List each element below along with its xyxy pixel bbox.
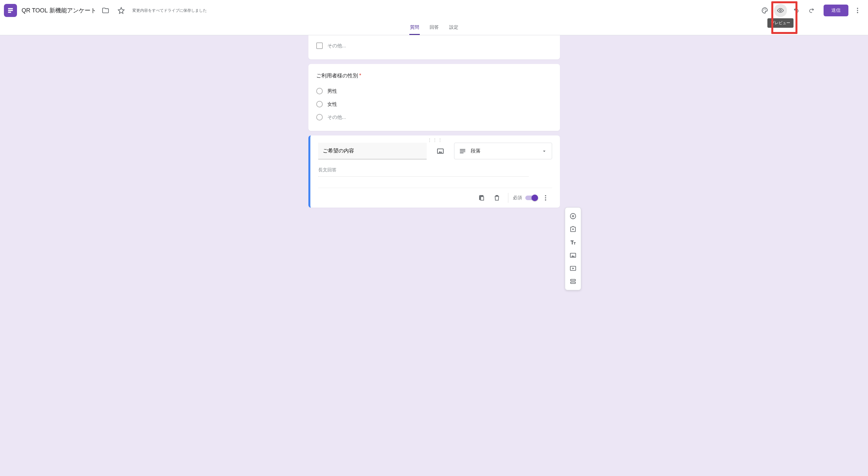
option-label: その他... bbox=[327, 43, 346, 49]
form-title[interactable]: QR TOOL 新機能アンケート bbox=[22, 6, 96, 14]
svg-rect-15 bbox=[570, 282, 575, 284]
checkbox-icon bbox=[316, 42, 323, 49]
question-card-footer: 必須 bbox=[318, 188, 552, 208]
option-label: 女性 bbox=[327, 101, 337, 107]
undo-icon bbox=[793, 7, 800, 14]
video-icon bbox=[569, 265, 577, 272]
question-type-select[interactable]: 段落 bbox=[454, 143, 552, 159]
customize-theme-button[interactable] bbox=[758, 4, 771, 17]
svg-point-4 bbox=[779, 9, 781, 11]
add-video-button[interactable] bbox=[566, 262, 580, 275]
redo-icon bbox=[808, 7, 815, 14]
svg-point-3 bbox=[766, 10, 766, 10]
folder-icon bbox=[102, 7, 109, 14]
svg-point-6 bbox=[857, 10, 858, 11]
active-question-header-row: 段落 bbox=[318, 143, 552, 159]
toggle-knob bbox=[531, 195, 538, 201]
option-row-other[interactable]: その他... bbox=[316, 39, 552, 52]
duplicate-question-button[interactable] bbox=[475, 191, 488, 204]
forms-app-icon[interactable] bbox=[4, 4, 17, 17]
drag-handle-icon[interactable]: ⋮⋮⋮ bbox=[427, 137, 443, 143]
required-toggle-label: 必須 bbox=[513, 195, 522, 201]
eye-icon bbox=[777, 7, 784, 14]
add-image-to-question-button[interactable] bbox=[433, 143, 447, 159]
option-row-female[interactable]: 女性 bbox=[316, 98, 552, 111]
chevron-down-icon bbox=[541, 148, 547, 154]
svg-rect-14 bbox=[570, 279, 575, 281]
app-bar: QR TOOL 新機能アンケート 変更内容をすべてドライブに保存しました プレビ… bbox=[0, 0, 868, 35]
more-vert-icon bbox=[854, 7, 861, 14]
floating-side-toolbar bbox=[565, 207, 581, 290]
copy-icon bbox=[478, 194, 486, 201]
svg-point-0 bbox=[763, 10, 764, 10]
long-answer-placeholder[interactable]: 長文回答 bbox=[318, 167, 529, 177]
star-icon bbox=[118, 7, 125, 14]
form-column: その他... ご利用者様の性別* 男性 女性 その他... ⋮⋮⋮ bbox=[308, 35, 560, 208]
radio-icon bbox=[316, 114, 323, 121]
more-options-button[interactable] bbox=[851, 4, 864, 17]
image-icon bbox=[436, 147, 444, 155]
radio-icon bbox=[316, 88, 323, 94]
svg-point-9 bbox=[545, 197, 546, 199]
paragraph-icon bbox=[459, 147, 466, 155]
preview-tooltip: プレビュー bbox=[767, 18, 794, 28]
option-row-other[interactable]: その他... bbox=[316, 111, 552, 124]
add-section-button[interactable] bbox=[566, 275, 580, 288]
tabs-row: 質問 回答 設定 bbox=[0, 21, 868, 35]
svg-point-5 bbox=[857, 8, 858, 9]
question-card-prev[interactable]: その他... bbox=[308, 35, 560, 60]
question-title-input[interactable] bbox=[318, 143, 427, 159]
section-icon bbox=[569, 278, 577, 285]
move-to-folder-button[interactable] bbox=[99, 4, 112, 17]
add-circle-icon bbox=[569, 212, 577, 220]
question-card-gender[interactable]: ご利用者様の性別* 男性 女性 その他... bbox=[308, 64, 560, 131]
more-vert-icon bbox=[542, 194, 549, 201]
preview-button-highlighted: プレビュー bbox=[774, 4, 787, 17]
question-card-active[interactable]: ⋮⋮⋮ 段落 長文回答 bbox=[308, 135, 560, 208]
svg-point-7 bbox=[857, 12, 858, 13]
svg-point-8 bbox=[545, 195, 546, 197]
title-icon bbox=[569, 239, 577, 246]
required-asterisk: * bbox=[359, 73, 361, 78]
app-bar-main-row: QR TOOL 新機能アンケート 変更内容をすべてドライブに保存しました プレビ… bbox=[0, 0, 868, 21]
option-label: その他... bbox=[327, 114, 346, 121]
image-icon bbox=[569, 252, 577, 259]
question-type-label: 段落 bbox=[471, 148, 537, 154]
option-label: 男性 bbox=[327, 88, 337, 94]
add-image-button[interactable] bbox=[566, 249, 580, 262]
tab-responses[interactable]: 回答 bbox=[429, 21, 439, 35]
star-button[interactable] bbox=[115, 4, 128, 17]
add-question-button[interactable] bbox=[566, 210, 580, 223]
import-icon bbox=[569, 226, 577, 233]
import-questions-button[interactable] bbox=[566, 223, 580, 236]
question-more-options-button[interactable] bbox=[539, 191, 552, 204]
send-button[interactable]: 送信 bbox=[824, 5, 848, 16]
option-row-male[interactable]: 男性 bbox=[316, 84, 552, 98]
delete-question-button[interactable] bbox=[490, 191, 503, 204]
radio-icon bbox=[316, 101, 323, 107]
required-toggle[interactable] bbox=[525, 196, 537, 200]
svg-point-10 bbox=[545, 200, 546, 201]
add-title-button[interactable] bbox=[566, 236, 580, 249]
tab-questions[interactable]: 質問 bbox=[409, 21, 420, 35]
save-status-text: 変更内容をすべてドライブに保存しました bbox=[132, 8, 207, 13]
svg-point-1 bbox=[764, 9, 765, 9]
undo-button[interactable] bbox=[789, 4, 803, 17]
question-title-text: ご利用者様の性別 bbox=[316, 73, 358, 78]
redo-button[interactable] bbox=[805, 4, 818, 17]
tab-settings[interactable]: 設定 bbox=[448, 21, 459, 35]
footer-divider bbox=[508, 193, 508, 203]
question-title: ご利用者様の性別* bbox=[316, 72, 552, 79]
palette-icon bbox=[761, 7, 768, 14]
svg-point-2 bbox=[765, 9, 766, 9]
form-canvas: その他... ご利用者様の性別* 男性 女性 その他... ⋮⋮⋮ bbox=[0, 35, 868, 227]
trash-icon bbox=[493, 194, 500, 201]
preview-button[interactable] bbox=[774, 4, 787, 17]
